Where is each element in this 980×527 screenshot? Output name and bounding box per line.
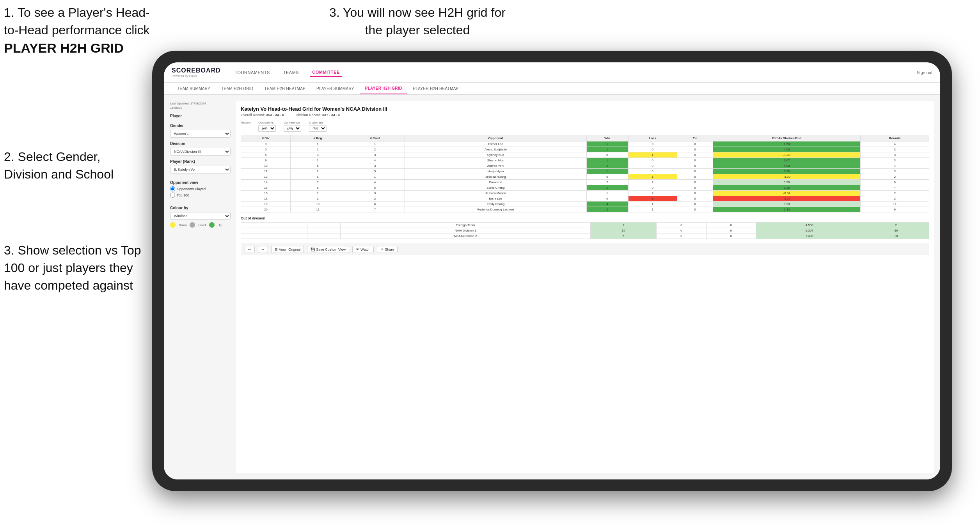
table-row: 9 1 4 Sharon Mun 1 0 0 3.67 3 (241, 158, 929, 163)
cell-tie: 0 (677, 147, 713, 152)
cell-diff: -3.00 (713, 174, 861, 180)
instruction-text-2: 3. You will now see H2H grid for the pla… (329, 5, 506, 37)
sub-nav: TEAM SUMMARY TEAM H2H GRID TEAM H2H HEAT… (164, 83, 940, 95)
watch-label: Watch (360, 248, 370, 251)
cell-div: 16 (241, 191, 291, 196)
cell-reg: 10 (291, 202, 345, 207)
cell-opponent: Sharon Mun (405, 158, 587, 163)
main-content: Last Updated: 27/03/2024 16:55:38 Player… (164, 95, 940, 479)
redo-button[interactable]: ↪ (258, 246, 268, 253)
cell-loss: 0 (657, 233, 706, 239)
cell-diff: 0.38 (713, 180, 861, 185)
cell-div: 19 (241, 202, 291, 207)
save-custom-button[interactable]: 💾 Save Custom View (307, 246, 349, 253)
cell-rounds: 2 (863, 223, 929, 228)
cell-win: 5 (590, 233, 656, 239)
cell-win: 1 (586, 185, 628, 191)
cell-conf: 1 (345, 141, 405, 147)
opponents-filter-label: Opponents: (258, 121, 276, 124)
cell-div: 18 (241, 196, 291, 202)
cell-opponent: NCAA Division 2 (341, 233, 590, 239)
cell-opponent: Jessica Huang (405, 174, 587, 180)
tableau-toolbar: ↩ ↪ ⊞ View: Original 💾 Save Custom View … (241, 243, 929, 255)
cell-div: 15 (241, 185, 291, 191)
cell-reg: 2 (291, 147, 345, 152)
radio-opponents-played[interactable]: Opponents Played (170, 186, 231, 191)
colour-level-label: Level (198, 223, 206, 227)
region-label: Region (241, 121, 250, 124)
sub-nav-player-summary[interactable]: PLAYER SUMMARY (311, 83, 360, 94)
cell-div: 9 (241, 158, 291, 163)
cell-diff: 9.267 (756, 228, 863, 233)
cell-conf: 7 (345, 207, 405, 212)
conference-select[interactable]: (All) (284, 125, 301, 132)
view-original-button[interactable]: ⊞ View: Original (271, 246, 304, 253)
cell-tie: 0 (706, 228, 756, 233)
cell-diff: -1.00 (713, 152, 861, 158)
cell-loss: 0 (628, 169, 677, 174)
division-section: Division NCAA Division III NCAA Division… (170, 141, 231, 156)
cell-opponent: Foreign Team (341, 223, 590, 228)
sub-nav-player-h2h-grid[interactable]: PLAYER H2H GRID (360, 83, 408, 94)
th-reg: # Reg (291, 135, 345, 141)
share-label: Share (385, 248, 394, 251)
cell-tie: 0 (677, 158, 713, 163)
nav-teams[interactable]: TEAMS (281, 69, 301, 76)
cell-loss: 1 (628, 196, 677, 202)
table-row: 14 7 4 Eunice Yi 2 2 0 0.38 9 (241, 180, 929, 185)
colour-label: Colour by (170, 206, 231, 210)
cell-conf: 2 (345, 196, 405, 202)
colour-select[interactable]: Win/loss (170, 212, 231, 220)
colour-up-label: Up (218, 223, 222, 227)
cell-diff: 1.25 (713, 185, 861, 191)
share-button[interactable]: ↗ Share (377, 246, 398, 253)
cell-loss: 1 (628, 207, 677, 212)
nav-tournaments[interactable]: TOURNAMENTS (233, 69, 272, 76)
sign-out[interactable]: Sign out (917, 70, 932, 75)
th-loss: Loss (628, 135, 677, 141)
cell-tie: 0 (677, 141, 713, 147)
gender-select[interactable]: Women's Men's (170, 130, 231, 138)
cell-conf: 5 (345, 169, 405, 174)
table-header-row: # Div # Reg # Conf Opponent Win Loss Tie… (241, 135, 929, 141)
opponents-select[interactable]: (All) (258, 125, 276, 132)
logo-sub: Powered by clippd (172, 74, 221, 78)
gender-label: Gender (170, 124, 231, 128)
nav-committee[interactable]: COMMITTEE (310, 68, 342, 77)
cell-div: 10 (241, 163, 291, 169)
cell-tie: 0 (677, 169, 713, 174)
cell-opponent: Sydney Kuo (405, 152, 587, 158)
division-record-label: Division Record: 331 - 34 - 6 (296, 113, 340, 117)
cell-win: 2 (586, 207, 628, 212)
cell-reg (274, 223, 307, 228)
radio-top-100[interactable]: Top 100 (170, 193, 231, 198)
overall-record-label: Overall Record: 353 - 34 - 6 (241, 113, 284, 117)
cell-tie: 0 (677, 163, 713, 169)
table-row: 16 1 3 Jessica Mason 1 2 0 -0.94 7 (241, 191, 929, 196)
player-rank-select[interactable]: 8. Katelyn Vo (170, 166, 231, 173)
cell-win: 2 (586, 180, 628, 185)
sub-nav-team-h2h-grid[interactable]: TEAM H2H GRID (216, 83, 259, 94)
sub-nav-team-summary[interactable]: TEAM SUMMARY (172, 83, 216, 94)
left-panel: Last Updated: 27/03/2024 16:55:38 Player… (170, 101, 231, 473)
table-row: 5 2 2 Alexis Sudjianto 1 0 0 4.00 3 (241, 147, 929, 152)
colour-dots: Down Level Up (170, 222, 231, 228)
opponent-select[interactable]: (All) (309, 125, 327, 132)
cell-conf: 6 (345, 202, 405, 207)
cell-rounds: 2 (861, 196, 929, 202)
sub-nav-team-h2h-heatmap[interactable]: TEAM H2H HEATMAP (259, 83, 311, 94)
sub-nav-player-h2h-heatmap[interactable]: PLAYER H2H HEATMAP (407, 83, 464, 94)
cell-loss: 0 (628, 158, 677, 163)
watch-button[interactable]: 👁 Watch (352, 246, 374, 253)
instruction-text-4: 3. Show selection vs Top 100 or just pla… (4, 243, 141, 292)
cell-rounds: 4 (861, 163, 929, 169)
cell-rounds: 9 (861, 180, 929, 185)
cell-loss: 1 (628, 152, 677, 158)
cell-rounds: 4 (861, 141, 929, 147)
cell-rounds: 3 (861, 169, 929, 174)
undo-button[interactable]: ↩ (245, 246, 255, 253)
cell-opponent: Emily Chang (405, 202, 587, 207)
cell-opponent: Federica Domecq Lacroze (405, 207, 587, 212)
cell-diff: 4.00 (713, 163, 861, 169)
division-select[interactable]: NCAA Division III NCAA Division I NCAA D… (170, 148, 231, 156)
